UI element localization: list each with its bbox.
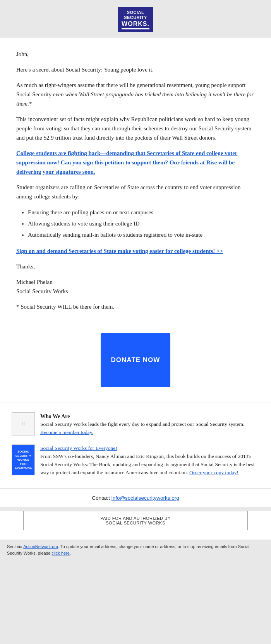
footnote: * Social Security WILL be there for them… [16, 302, 255, 311]
para1: Here's a secret about Social Security: Y… [16, 65, 255, 74]
paid-bar: PAID FOR AND AUTHORIZED BY SOCIAL SECURI… [23, 511, 248, 530]
para4: Student organizers are calling on Secret… [16, 183, 255, 201]
cta-link1[interactable]: College students are fighting back—deman… [16, 149, 255, 176]
cta-link2-anchor[interactable]: Sign on and demand Secretaries of State … [16, 248, 223, 254]
footer-bottom: Sent via ActionNetwork.org. To update yo… [0, 540, 271, 560]
footer-section: H Who We Are Social Security Works leads… [0, 403, 271, 489]
logo: SOCIAL SECURITY WORKS. [118, 7, 153, 32]
cta-link1-anchor[interactable]: College students are fighting back—deman… [16, 150, 237, 175]
who-we-are-text: Who We Are Social Security Works leads t… [40, 412, 259, 437]
who-we-are-row: H Who We Are Social Security Works leads… [12, 412, 259, 437]
signature-name: Michael Phelan [16, 279, 53, 285]
header: SOCIAL SECURITY WORKS. [0, 0, 271, 38]
bullet-item-2: Allowing students to vote using their co… [28, 219, 255, 229]
contact-email-link[interactable]: info@socialsecurityworks.org [111, 495, 179, 501]
become-member-link[interactable]: Become a member today. [40, 429, 93, 435]
bullet-item-1: Ensuring there are polling places on or … [28, 207, 255, 218]
para2: As much as right-wingers assume that the… [16, 80, 255, 108]
who-title: Who We Are [40, 413, 70, 419]
bullet-list: Ensuring there are polling places on or … [28, 207, 255, 240]
paid-line1: PAID FOR AND AUTHORIZED BY [100, 516, 171, 521]
order-book-link[interactable]: Order your copy today! [189, 470, 238, 475]
donate-section: DONATE NOW [0, 325, 271, 403]
who-we-are-image: H [12, 412, 35, 436]
email-body: John, Here's a secret about Social Secur… [0, 38, 271, 325]
greeting: John, [16, 50, 255, 59]
thanks: Thanks, [16, 262, 255, 271]
signature-org: Social Security Works [16, 288, 68, 294]
donate-button[interactable]: DONATE NOW [101, 333, 170, 387]
book-text: Social Security Works for Everyone! From… [40, 444, 259, 477]
logo-line2: SECURITY [122, 15, 149, 20]
cta-link2[interactable]: Sign on and demand Secretaries of State … [16, 246, 255, 256]
logo-works: WORKS. [122, 20, 149, 29]
paid-line2: SOCIAL SECURITY WORKS [106, 521, 165, 525]
action-network-link[interactable]: ActionNetwork.org [23, 544, 58, 549]
click-here-link[interactable]: click here [51, 551, 69, 555]
bullet-item-3: Automatically sending mail-in ballots to… [28, 230, 255, 240]
para2-star: * [29, 101, 32, 107]
contact-bar: Contact info@socialsecurityworks.org [0, 489, 271, 507]
book-title-link[interactable]: Social Security Works for Everyone! [40, 445, 117, 451]
contact-text: Contact [92, 495, 110, 501]
signature: Michael Phelan Social Security Works [16, 277, 255, 296]
logo-line1: SOCIAL [122, 10, 149, 15]
para3: This inconvenient set of facts might exp… [16, 114, 255, 142]
book-row: SOCIALSECURITYWORKSFOREVERYONE Social Se… [12, 444, 259, 477]
book-image: SOCIALSECURITYWORKSFOREVERYONE [12, 444, 35, 475]
paid-section: PAID FOR AND AUTHORIZED BY SOCIAL SECURI… [0, 511, 271, 540]
who-body: Social Security Works leads the fight ev… [40, 421, 244, 427]
